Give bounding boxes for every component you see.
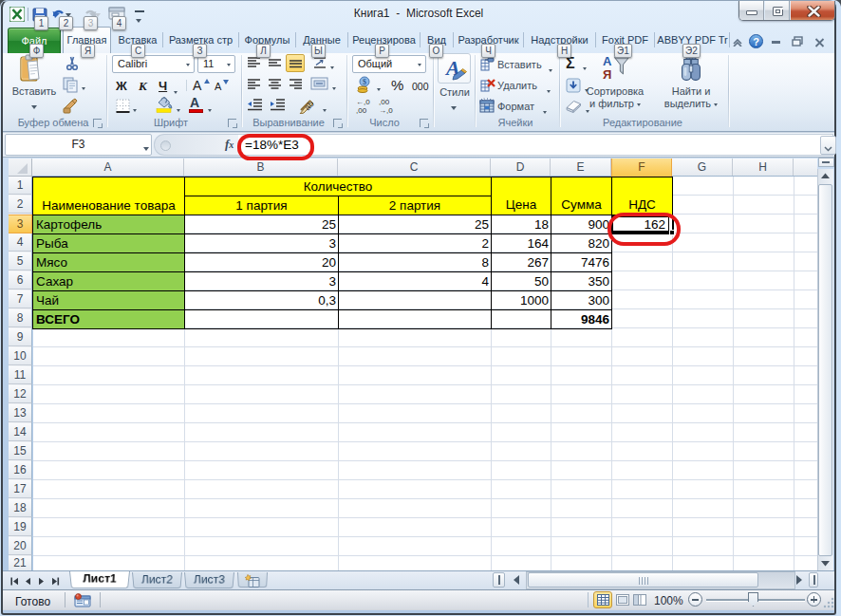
svg-text:Я: Я <box>603 67 611 82</box>
svg-text:$: $ <box>363 78 366 86</box>
svg-text:,00: ,00 <box>356 106 367 115</box>
svg-text:А: А <box>603 54 612 68</box>
svg-text:→,0: →,0 <box>379 106 393 115</box>
